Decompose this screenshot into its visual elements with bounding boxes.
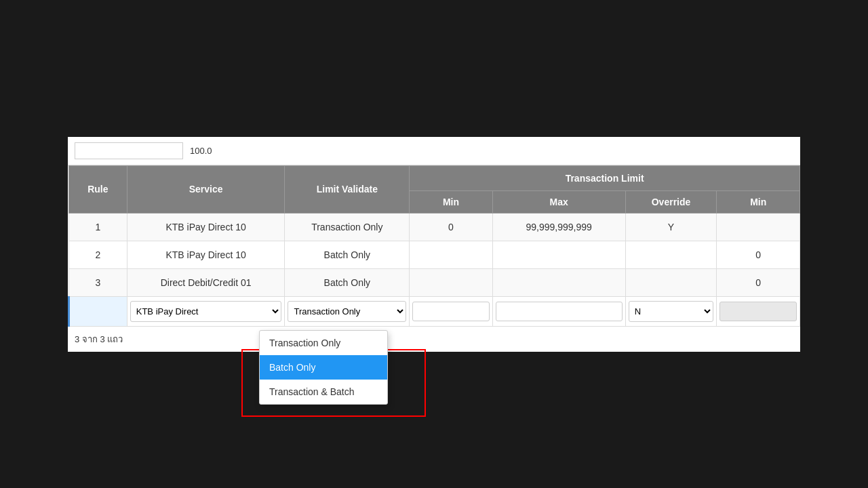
col-header-rule: Rule — [69, 165, 127, 213]
cell-rule-3: 3 — [69, 268, 127, 296]
cell-min-1: 0 — [410, 213, 492, 241]
col-header-min2: Min — [717, 190, 800, 213]
cell-min-3 — [410, 268, 492, 296]
dropdown-option-transaction-batch[interactable]: Transaction & Batch — [260, 380, 387, 404]
top-bar-input[interactable] — [75, 142, 183, 159]
table-wrapper: Rule Service Limit Validate Transaction … — [68, 165, 800, 327]
col-header-override: Override — [625, 190, 717, 213]
min2-input[interactable] — [719, 302, 797, 321]
service-select[interactable]: KTB iPay Direct KTB iPay Direct 10 Direc… — [130, 301, 282, 322]
cell-service-3: Direct Debit/Credit 01 — [127, 268, 285, 296]
cell-limit-3: Batch Only — [285, 268, 410, 296]
table-footer: 3 จาก 3 แถว — [68, 327, 800, 352]
limit-select[interactable]: Transaction Only Batch Only Transaction … — [288, 301, 406, 322]
input-override-cell: N Y — [625, 296, 717, 326]
input-row: KTB iPay Direct KTB iPay Direct 10 Direc… — [69, 296, 800, 326]
cell-override-1: Y — [625, 213, 717, 241]
table-row: 1 KTB iPay Direct 10 Transaction Only 0 … — [69, 213, 800, 241]
input-service-cell: KTB iPay Direct KTB iPay Direct 10 Direc… — [127, 296, 285, 326]
table-row: 2 KTB iPay Direct 10 Batch Only 0 — [69, 241, 800, 268]
main-table: Rule Service Limit Validate Transaction … — [68, 165, 800, 327]
cell-service-2: KTB iPay Direct 10 — [127, 241, 285, 268]
col-header-max: Max — [492, 190, 625, 213]
col-header-limit-validate: Limit Validate — [285, 165, 410, 213]
input-rule-cell — [69, 296, 127, 326]
col-header-service: Service — [127, 165, 285, 213]
min-input[interactable] — [412, 302, 489, 321]
col-header-transaction-limit: Transaction Limit — [410, 165, 800, 190]
cell-min2-2: 0 — [717, 241, 800, 268]
override-select[interactable]: N Y — [629, 301, 714, 322]
dropdown-option-batch-only[interactable]: Batch Only — [260, 355, 387, 380]
cell-override-2 — [625, 241, 717, 268]
cell-service-1: KTB iPay Direct 10 — [127, 213, 285, 241]
dropdown-option-transaction-only[interactable]: Transaction Only — [260, 331, 387, 355]
input-limit-cell: Transaction Only Batch Only Transaction … — [285, 296, 410, 326]
top-bar-value: 100.0 — [190, 146, 212, 156]
cell-min-2 — [410, 241, 492, 268]
cell-rule-2: 2 — [69, 241, 127, 268]
cell-limit-2: Batch Only — [285, 241, 410, 268]
table-header-row1: Rule Service Limit Validate Transaction … — [69, 165, 800, 190]
cell-max-3 — [492, 268, 625, 296]
cell-min2-1 — [717, 213, 800, 241]
col-header-min: Min — [410, 190, 492, 213]
cell-limit-1: Transaction Only — [285, 213, 410, 241]
input-min-cell — [410, 296, 492, 326]
input-max-cell — [492, 296, 625, 326]
cell-max-2 — [492, 241, 625, 268]
row-count-text: 3 จาก 3 แถว — [75, 334, 123, 344]
cell-max-1: 99,999,999,999 — [492, 213, 625, 241]
input-min2-cell — [717, 296, 800, 326]
top-bar: 100.0 — [68, 137, 800, 165]
table-row: 3 Direct Debit/Credit 01 Batch Only 0 — [69, 268, 800, 296]
cell-override-3 — [625, 268, 717, 296]
cell-rule-1: 1 — [69, 213, 127, 241]
limit-dropdown[interactable]: Transaction Only Batch Only Transaction … — [259, 330, 388, 405]
cell-min2-3: 0 — [717, 268, 800, 296]
max-input[interactable] — [496, 302, 623, 321]
